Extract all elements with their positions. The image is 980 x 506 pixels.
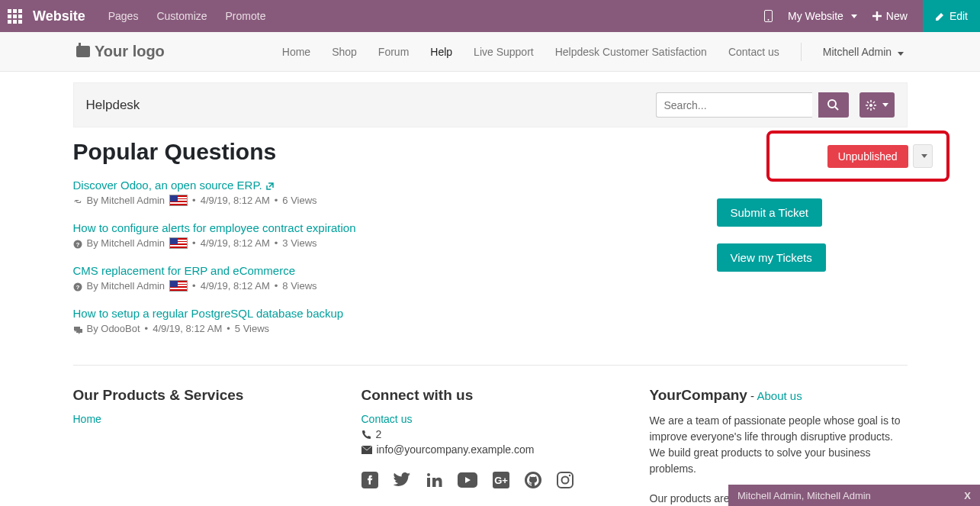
- menu-customize[interactable]: Customize: [156, 10, 207, 22]
- logo-text: Your logo: [95, 43, 165, 60]
- mobile-preview-icon[interactable]: [764, 10, 773, 22]
- footer-about-text-1: We are a team of passionate people whose…: [650, 413, 908, 477]
- footer-col2-heading: Connect with us: [361, 387, 619, 404]
- footer-phone: 2: [361, 428, 619, 440]
- youtube-icon[interactable]: [458, 468, 477, 489]
- twitter-icon[interactable]: [394, 468, 410, 489]
- svg-point-1: [767, 19, 769, 21]
- question-date: 4/9/19, 8:12 AM: [153, 323, 222, 334]
- facebook-icon[interactable]: [361, 468, 378, 489]
- question-date: 4/9/19, 8:12 AM: [201, 237, 270, 249]
- chat-close-button[interactable]: X: [964, 490, 971, 501]
- svg-text:G+: G+: [494, 475, 508, 486]
- footer-email: info@yourcompany.example.com: [361, 443, 619, 456]
- question-date: 4/9/19, 8:12 AM: [201, 195, 270, 206]
- edit-button[interactable]: Edit: [923, 0, 980, 32]
- question-author: By Mitchell Admin: [87, 280, 165, 292]
- settings-button[interactable]: [860, 92, 895, 118]
- question-date: 4/9/19, 8:12 AM: [201, 280, 270, 292]
- question-author: By OdooBot: [87, 323, 140, 334]
- chat-title: Mitchell Admin, Mitchell Admin: [737, 490, 871, 501]
- svg-text:?: ?: [76, 241, 79, 248]
- search-input[interactable]: [656, 92, 812, 118]
- flag-icon: [169, 195, 188, 206]
- nav-contact[interactable]: Contact us: [728, 46, 779, 58]
- instagram-icon[interactable]: [557, 468, 574, 489]
- question-views: 3 Views: [282, 237, 316, 249]
- new-button[interactable]: New: [872, 10, 908, 22]
- googleplus-icon[interactable]: G+: [493, 468, 509, 489]
- menu-pages[interactable]: Pages: [108, 10, 139, 22]
- helpdesk-title: Helpdesk: [86, 98, 140, 113]
- nav-helpdesk-csat[interactable]: Helpdesk Customer Satisfaction: [555, 46, 707, 58]
- footer-col1-heading: Our Products & Services: [73, 387, 331, 404]
- search-button[interactable]: [818, 92, 849, 118]
- view-tickets-button[interactable]: View my Tickets: [717, 243, 826, 272]
- question-item: How to setup a regular PostgreSQL databa…: [73, 307, 694, 334]
- question-item: Discover Odoo, an open source ERP. By Mi…: [73, 179, 694, 206]
- nav-forum[interactable]: Forum: [378, 46, 409, 58]
- chat-bar[interactable]: Mitchell Admin, Mitchell Admin X: [728, 485, 980, 506]
- apps-icon[interactable]: [8, 9, 22, 24]
- question-item: CMS replacement for ERP and eCommerce ? …: [73, 264, 694, 292]
- linkedin-icon[interactable]: [426, 468, 442, 489]
- nav-shop[interactable]: Shop: [332, 46, 357, 58]
- svg-point-16: [568, 474, 570, 475]
- unpublished-dropdown[interactable]: [913, 144, 933, 168]
- flag-icon: [169, 280, 188, 292]
- question-link[interactable]: How to configure alerts for employee con…: [73, 221, 356, 234]
- question-type-icon: [73, 195, 82, 206]
- top-menu: Pages Customize Promote: [108, 10, 266, 22]
- question-item: How to configure alerts for employee con…: [73, 221, 694, 249]
- envelope-icon: [361, 446, 372, 454]
- question-views: 8 Views: [282, 280, 316, 292]
- menu-promote[interactable]: Promote: [226, 10, 266, 22]
- question-views: 5 Views: [235, 323, 269, 334]
- svg-rect-14: [557, 472, 573, 488]
- about-us-link[interactable]: About us: [757, 389, 802, 402]
- question-link[interactable]: CMS replacement for ERP and eCommerce: [73, 264, 296, 277]
- svg-point-2: [828, 100, 836, 108]
- question-type-icon: ?: [73, 280, 82, 292]
- unpublished-button[interactable]: Unpublished: [827, 145, 908, 168]
- footer-home-link[interactable]: Home: [73, 413, 101, 425]
- svg-point-15: [561, 476, 568, 483]
- footer-contact-link[interactable]: Contact us: [361, 413, 413, 425]
- svg-text:?: ?: [76, 284, 79, 291]
- phone-icon: [361, 430, 371, 440]
- brand-title[interactable]: Website: [33, 8, 85, 24]
- footer-company-heading: YourCompany - About us: [650, 387, 908, 404]
- site-logo[interactable]: Your logo: [76, 43, 165, 60]
- user-menu[interactable]: Mitchell Admin: [823, 46, 904, 58]
- my-website-dropdown[interactable]: My Website: [788, 10, 857, 22]
- nav-home[interactable]: Home: [282, 46, 310, 58]
- question-type-icon: ?: [73, 237, 82, 249]
- question-author: By Mitchell Admin: [87, 195, 165, 206]
- camera-icon: [76, 46, 90, 57]
- flag-icon: [169, 237, 188, 249]
- github-icon[interactable]: [525, 468, 541, 489]
- nav-live-support[interactable]: Live Support: [474, 46, 534, 58]
- nav-help[interactable]: Help: [430, 46, 452, 58]
- question-views: 6 Views: [282, 195, 316, 206]
- question-author: By Mitchell Admin: [87, 237, 165, 249]
- unpublished-highlight: Unpublished: [766, 131, 949, 182]
- submit-ticket-button[interactable]: Submit a Ticket: [717, 198, 823, 227]
- question-type-icon: [73, 323, 82, 334]
- svg-point-3: [869, 104, 872, 107]
- question-link[interactable]: How to setup a regular PostgreSQL databa…: [73, 307, 344, 320]
